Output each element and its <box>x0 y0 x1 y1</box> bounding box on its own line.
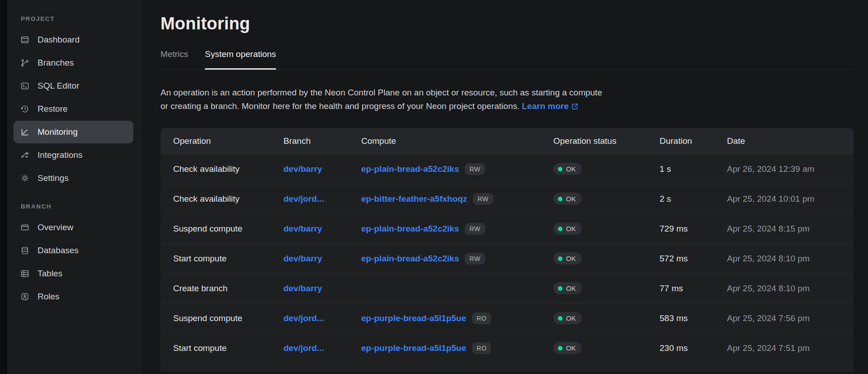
compute-link[interactable]: ep-bitter-feather-a5fxhoqz <box>361 194 467 204</box>
duration-cell: 729 ms <box>660 224 727 234</box>
compute-link[interactable]: ep-plain-bread-a52c2iks <box>361 164 459 174</box>
branch-link[interactable]: dev/barry <box>283 164 322 174</box>
tab-system-operations[interactable]: System operations <box>205 49 276 69</box>
sidebar-item-settings[interactable]: Settings <box>14 167 133 189</box>
external-link-icon <box>571 103 579 110</box>
sidebar-section-branch: BRANCH Overview Databases Tables <box>7 203 140 308</box>
compute-link[interactable]: ep-plain-bread-a52c2iks <box>361 224 459 234</box>
compute-link[interactable]: ep-purple-bread-a5l1p5ue <box>361 313 466 323</box>
date-cell: Apr 26, 2024 12:39 am <box>727 164 841 174</box>
sidebar-item-dashboard[interactable]: Dashboard <box>14 28 133 51</box>
status-dot-icon <box>558 346 562 350</box>
duration-cell: 583 ms <box>660 313 727 323</box>
tab-metrics[interactable]: Metrics <box>160 49 188 69</box>
table-row: Suspend compute dev/barry ep-plain-bread… <box>160 213 854 243</box>
branch-link[interactable]: dev/barry <box>283 224 322 233</box>
status-dot-icon <box>558 256 562 261</box>
status-dot-icon <box>558 197 562 201</box>
status-label: OK <box>566 315 576 322</box>
date-cell: Apr 25, 2024 8:15 pm <box>727 224 841 234</box>
monitoring-icon <box>20 128 29 137</box>
branch-link[interactable]: dev/jord... <box>283 313 324 323</box>
status-label: OK <box>566 225 576 232</box>
duration-cell: 230 ms <box>660 343 727 353</box>
operation-cell: Start compute <box>173 254 283 264</box>
sidebar: PROJECT Dashboard Branches SQL Editor <box>7 0 140 374</box>
duration-cell: 572 ms <box>660 254 727 264</box>
main-content: Monitoring Metrics System operations An … <box>140 0 868 374</box>
status-badge: OK <box>553 193 582 205</box>
table-row: Check availability dev/barry ep-plain-br… <box>160 154 854 184</box>
table-row: Suspend compute dev/jord... ep-purple-br… <box>160 303 854 333</box>
status-badge: OK <box>553 342 582 354</box>
sidebar-item-tables[interactable]: Tables <box>14 262 133 285</box>
status-dot-icon <box>558 286 562 291</box>
access-badge: RW <box>473 193 493 205</box>
operation-cell: Start compute <box>173 343 283 353</box>
sidebar-item-integrations[interactable]: Integrations <box>14 144 133 166</box>
sidebar-item-label: Restore <box>38 104 68 114</box>
branch-link[interactable]: dev/jord... <box>283 194 324 204</box>
column-header-operation-status: Operation status <box>553 136 660 146</box>
branch-link[interactable]: dev/jord... <box>283 343 324 353</box>
access-badge: RO <box>472 342 491 354</box>
status-label: OK <box>566 345 576 351</box>
roles-icon <box>20 292 29 301</box>
sidebar-item-label: Tables <box>38 269 62 279</box>
sidebar-item-label: SQL Editor <box>38 81 79 91</box>
sidebar-item-monitoring[interactable]: Monitoring <box>14 121 133 143</box>
table-row: Start compute dev/jord... ep-purple-brea… <box>160 333 854 363</box>
compute-link[interactable]: ep-purple-bread-a5l1p5ue <box>361 343 466 353</box>
sidebar-section-label: PROJECT <box>7 15 140 22</box>
sidebar-item-label: Roles <box>38 292 60 302</box>
sidebar-section-project: PROJECT Dashboard Branches SQL Editor <box>7 15 140 189</box>
compute-link[interactable]: ep-plain-bread-a52c2iks <box>361 254 459 264</box>
column-header-branch: Branch <box>283 136 361 146</box>
table-row: Create branch dev/barry OK 77 ms Apr 25,… <box>160 273 854 303</box>
date-cell: Apr 25, 2024 8:10 pm <box>727 254 841 264</box>
status-badge: OK <box>553 163 582 175</box>
settings-icon <box>20 174 29 183</box>
app-root: PROJECT Dashboard Branches SQL Editor <box>0 0 868 374</box>
date-cell: Apr 25, 2024 7:56 pm <box>727 313 841 323</box>
column-header-date: Date <box>727 136 841 146</box>
sidebar-item-databases[interactable]: Databases <box>14 239 133 262</box>
databases-icon <box>20 246 29 255</box>
status-badge: OK <box>553 282 582 294</box>
sidebar-item-label: Overview <box>38 223 73 232</box>
sidebar-item-label: Databases <box>38 246 79 256</box>
sidebar-item-branches[interactable]: Branches <box>14 52 133 74</box>
status-dot-icon <box>558 227 562 231</box>
tab-bar: Metrics System operations <box>160 49 854 70</box>
sidebar-item-restore[interactable]: Restore <box>14 98 133 120</box>
column-header-compute: Compute <box>361 136 553 146</box>
sidebar-section-label: BRANCH <box>7 203 140 210</box>
column-header-operation: Operation <box>173 136 283 146</box>
status-label: OK <box>566 166 576 172</box>
dashboard-icon <box>20 35 29 44</box>
status-label: OK <box>566 255 576 262</box>
integrations-icon <box>20 151 29 160</box>
table-row: Check availability dev/jord... ep-bitter… <box>160 184 854 213</box>
table-row-partial <box>160 363 854 372</box>
access-badge: RW <box>465 253 485 265</box>
sidebar-item-roles[interactable]: Roles <box>14 285 133 308</box>
operation-cell: Create branch <box>173 284 283 294</box>
status-badge: OK <box>553 312 582 324</box>
sidebar-item-label: Monitoring <box>38 127 78 137</box>
sidebar-item-sql-editor[interactable]: SQL Editor <box>14 75 133 97</box>
date-cell: Apr 25, 2024 10:01 pm <box>727 194 841 204</box>
branch-link[interactable]: dev/barry <box>283 284 322 293</box>
status-badge: OK <box>553 252 582 265</box>
date-cell: Apr 25, 2024 8:10 pm <box>727 284 841 294</box>
status-label: OK <box>566 195 576 202</box>
restore-icon <box>20 104 29 114</box>
access-badge: RO <box>472 312 491 324</box>
operation-cell: Check availability <box>173 194 283 204</box>
duration-cell: 77 ms <box>660 284 727 294</box>
access-badge: RW <box>465 163 485 175</box>
branch-link[interactable]: dev/barry <box>283 254 322 263</box>
sidebar-item-overview[interactable]: Overview <box>14 216 133 239</box>
learn-more-link[interactable]: Learn more <box>522 99 579 113</box>
tables-icon <box>20 269 29 278</box>
